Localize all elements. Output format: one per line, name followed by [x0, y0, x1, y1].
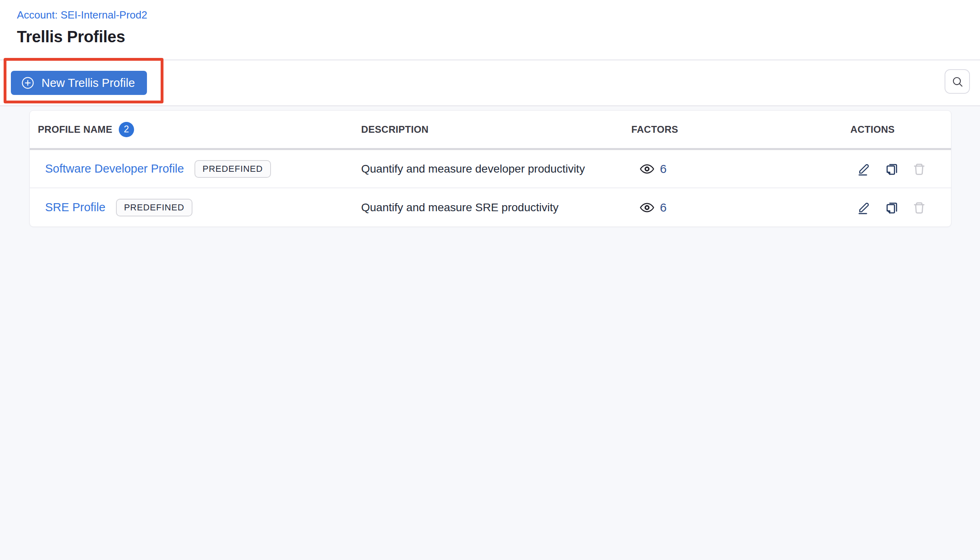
profile-description: Quantify and measure SRE productivity — [361, 201, 631, 214]
predefined-badge: PREDEFINED — [116, 199, 192, 216]
table-row: SRE Profile PREDEFINED Quantify and meas… — [30, 188, 951, 226]
profile-name-cell: SRE Profile PREDEFINED — [30, 199, 361, 216]
edit-pencil-icon — [857, 200, 872, 215]
edit-pencil-icon — [857, 161, 872, 177]
page-header: Account: SEI-Internal-Prod2 Trellis Prof… — [0, 0, 980, 60]
factors-cell: 6 — [631, 161, 850, 177]
profile-name-header-label: PROFILE NAME — [38, 124, 112, 135]
clone-profile-button[interactable] — [884, 200, 899, 215]
new-trellis-profile-label: New Trellis Profile — [41, 76, 135, 90]
eye-icon — [639, 161, 655, 177]
actions-cell — [850, 161, 951, 177]
eye-icon — [639, 200, 655, 215]
edit-profile-button[interactable] — [857, 200, 872, 215]
edit-profile-button[interactable] — [857, 161, 872, 177]
page-title: Trellis Profiles — [17, 28, 980, 46]
profile-count-badge: 2 — [119, 122, 134, 137]
column-header-profile-name: PROFILE NAME 2 — [30, 122, 361, 137]
factors-count: 6 — [660, 201, 667, 214]
trash-icon — [912, 161, 927, 177]
profile-description: Quantify and measure developer productiv… — [361, 163, 631, 175]
table-row: Software Developer Profile PREDEFINED Qu… — [30, 150, 951, 188]
new-trellis-profile-button[interactable]: New Trellis Profile — [11, 71, 147, 95]
copy-icon — [884, 161, 899, 177]
column-header-actions: ACTIONS — [850, 124, 951, 135]
content-area: PROFILE NAME 2 DESCRIPTION FACTORS ACTIO… — [0, 106, 980, 560]
profile-link[interactable]: SRE Profile — [45, 201, 105, 214]
toolbar: New Trellis Profile — [0, 60, 980, 106]
trellis-profiles-page: Account: SEI-Internal-Prod2 Trellis Prof… — [0, 0, 980, 560]
factors-cell: 6 — [631, 200, 850, 215]
profiles-table: PROFILE NAME 2 DESCRIPTION FACTORS ACTIO… — [29, 110, 951, 227]
account-breadcrumb-link[interactable]: Account: SEI-Internal-Prod2 — [17, 9, 147, 21]
plus-circle-icon — [21, 76, 35, 90]
profile-name-cell: Software Developer Profile PREDEFINED — [30, 160, 361, 178]
trash-icon — [912, 200, 927, 215]
actions-cell — [850, 200, 951, 215]
copy-icon — [884, 200, 899, 215]
table-header-row: PROFILE NAME 2 DESCRIPTION FACTORS ACTIO… — [30, 111, 951, 150]
search-icon — [951, 75, 964, 89]
column-header-description: DESCRIPTION — [361, 124, 631, 135]
column-header-factors: FACTORS — [631, 124, 850, 135]
delete-profile-button[interactable] — [912, 161, 927, 177]
profile-link[interactable]: Software Developer Profile — [45, 162, 184, 175]
search-button[interactable] — [945, 69, 970, 94]
delete-profile-button[interactable] — [912, 200, 927, 215]
predefined-badge: PREDEFINED — [194, 160, 271, 178]
factors-count: 6 — [660, 162, 667, 176]
clone-profile-button[interactable] — [884, 161, 899, 177]
